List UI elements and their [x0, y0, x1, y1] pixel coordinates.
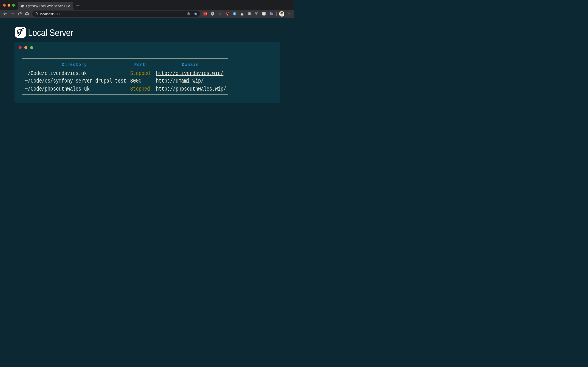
svg-text:h: h: [263, 12, 265, 15]
